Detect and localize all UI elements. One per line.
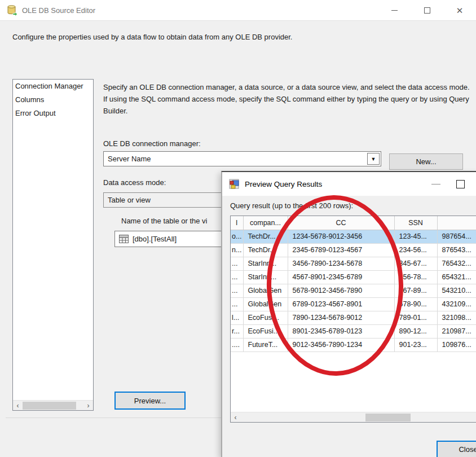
table-cell: 4567-8901-2345-6789 bbox=[288, 270, 394, 284]
table-cell: .... bbox=[231, 338, 243, 351]
minimize-button[interactable] bbox=[378, 0, 411, 21]
table-cell: 901-23... bbox=[394, 338, 437, 351]
column-header-0[interactable]: l bbox=[231, 216, 243, 230]
main-title-bar: OLE DB Source Editor ✕ bbox=[0, 0, 476, 21]
window-title: OLE DB Source Editor bbox=[22, 6, 95, 15]
table-row[interactable]: ...StarInn...4567-8901-2345-6789456-78..… bbox=[231, 270, 476, 284]
table-cell: 765432... bbox=[437, 257, 476, 270]
preview-minimize-icon[interactable] bbox=[431, 184, 440, 184]
table-row[interactable]: ...StarInn...3456-7890-1234-5678345-67..… bbox=[231, 257, 476, 270]
preview-button[interactable]: Preview... bbox=[114, 392, 186, 410]
column-header-2[interactable]: CC bbox=[288, 216, 394, 230]
table-cell: 678-90... bbox=[394, 297, 437, 311]
table-cell: 321098... bbox=[437, 311, 476, 324]
table-cell: 234-56... bbox=[394, 243, 437, 257]
table-cell: 123-45... bbox=[394, 230, 437, 243]
pages-list: Connection Manager Columns Error Output … bbox=[12, 79, 94, 411]
sidebar-item-columns[interactable]: Columns bbox=[13, 93, 93, 107]
table-cell: l... bbox=[231, 311, 243, 324]
table-cell: 987654... bbox=[437, 230, 476, 243]
table-cell: n... bbox=[231, 243, 243, 257]
query-result-label: Query result (up to the first 200 rows): bbox=[230, 201, 353, 210]
preview-title-bar: Preview Query Results bbox=[222, 172, 476, 196]
table-cell: 3456-7890-1234-5678 bbox=[288, 257, 394, 270]
table-cell: ... bbox=[231, 297, 243, 311]
new-button[interactable]: New... bbox=[389, 153, 463, 170]
table-row[interactable]: n...TechDr...2345-6789-0123-4567234-56..… bbox=[231, 243, 476, 257]
table-row[interactable]: r...EcoFusi...8901-2345-6789-0123890-12.… bbox=[231, 324, 476, 338]
table-cell: 789-01... bbox=[394, 311, 437, 324]
preview-maximize-icon[interactable] bbox=[456, 180, 465, 188]
table-cell: ... bbox=[231, 270, 243, 284]
data-access-mode-label: Data access mode: bbox=[103, 178, 166, 187]
close-preview-button[interactable]: Close bbox=[437, 441, 476, 457]
scroll-right-icon[interactable]: › bbox=[83, 401, 93, 411]
table-cell: 7890-1234-5678-9012 bbox=[288, 311, 394, 324]
preview-scrollbar-thumb[interactable] bbox=[365, 414, 411, 421]
table-cell: 543210... bbox=[437, 284, 476, 297]
table-row[interactable]: ...GlobalGen6789-0123-4567-8901678-90...… bbox=[231, 297, 476, 311]
table-cell: ... bbox=[231, 257, 243, 270]
table-name-label: Name of the table or the vi bbox=[121, 217, 222, 225]
table-name-value: [dbo].[TestAll] bbox=[129, 235, 177, 243]
preview-horizontal-scrollbar[interactable]: ‹ bbox=[231, 412, 476, 422]
column-header-4[interactable]: SIN bbox=[437, 216, 476, 230]
close-icon: ✕ bbox=[456, 6, 464, 15]
minimize-icon bbox=[391, 10, 398, 11]
dialog-description: Configure the properties used by a data … bbox=[12, 33, 418, 41]
table-cell: 654321... bbox=[437, 270, 476, 284]
table-cell: ... bbox=[231, 284, 243, 297]
sidebar-horizontal-scrollbar[interactable]: ‹ › bbox=[13, 400, 93, 410]
table-row[interactable]: o...TechDr...1234-5678-9012-3456123-45..… bbox=[231, 230, 476, 243]
table-grid-icon bbox=[119, 235, 129, 243]
table-cell: EcoFusi... bbox=[243, 311, 288, 324]
table-cell: o... bbox=[231, 230, 243, 243]
preview-table-body: o...TechDr...1234-5678-9012-3456123-45..… bbox=[231, 230, 476, 351]
scroll-left-icon[interactable]: ‹ bbox=[13, 401, 23, 411]
scrollbar-thumb[interactable] bbox=[23, 402, 76, 410]
instructions-text: Specify an OLE DB connection manager, a … bbox=[103, 81, 471, 117]
preview-query-results-dialog: Preview Query Results Query result (up t… bbox=[221, 171, 476, 457]
connection-manager-label: OLE DB connection manager: bbox=[103, 139, 201, 148]
table-cell: StarInn... bbox=[243, 257, 288, 270]
data-access-mode-value: Table or view bbox=[104, 196, 151, 204]
connection-manager-combo[interactable]: Server Name ▼ bbox=[103, 151, 381, 166]
query-results-grid: lcompan...CCSSNSIN o...TechDr...1234-567… bbox=[230, 216, 476, 423]
close-button[interactable]: ✕ bbox=[443, 0, 476, 21]
table-row[interactable]: ....FutureT...9012-3456-7890-1234901-23.… bbox=[231, 338, 476, 351]
table-cell: 345-67... bbox=[394, 257, 437, 270]
preview-table: lcompan...CCSSNSIN o...TechDr...1234-567… bbox=[231, 216, 476, 352]
table-cell: 567-89... bbox=[394, 284, 437, 297]
table-cell: r... bbox=[231, 324, 243, 338]
table-cell: TechDr... bbox=[243, 243, 288, 257]
table-cell: 9012-3456-7890-1234 bbox=[288, 338, 394, 351]
table-cell: GlobalGen bbox=[243, 297, 288, 311]
table-cell: 109876... bbox=[437, 338, 476, 351]
chevron-down-icon[interactable]: ▼ bbox=[367, 153, 380, 165]
table-cell: StarInn... bbox=[243, 270, 288, 284]
column-header-3[interactable]: SSN bbox=[394, 216, 437, 230]
table-cell: 210987... bbox=[437, 324, 476, 338]
table-row[interactable]: ...GlobalGen5678-9012-3456-7890567-89...… bbox=[231, 284, 476, 297]
table-cell: 432109... bbox=[437, 297, 476, 311]
sidebar-item-connection-manager[interactable]: Connection Manager bbox=[13, 80, 93, 93]
table-cell: 5678-9012-3456-7890 bbox=[288, 284, 394, 297]
table-cell: 8901-2345-6789-0123 bbox=[288, 324, 394, 338]
preview-table-header-row: lcompan...CCSSNSIN bbox=[231, 216, 476, 230]
preview-dialog-title: Preview Query Results bbox=[245, 180, 322, 188]
table-cell: GlobalGen bbox=[243, 284, 288, 297]
table-cell: FutureT... bbox=[243, 338, 288, 351]
table-cell: EcoFusi... bbox=[243, 324, 288, 338]
table-cell: 890-12... bbox=[394, 324, 437, 338]
table-cell: 456-78... bbox=[394, 270, 437, 284]
preview-scroll-left-icon[interactable]: ‹ bbox=[231, 412, 240, 423]
maximize-button[interactable] bbox=[411, 0, 443, 21]
table-cell: 6789-0123-4567-8901 bbox=[288, 297, 394, 311]
connection-manager-value: Server Name bbox=[104, 155, 151, 163]
table-name-combo[interactable]: [dbo].[TestAll] bbox=[114, 231, 227, 247]
winform-icon bbox=[229, 179, 240, 190]
column-header-1[interactable]: compan... bbox=[243, 216, 288, 230]
table-row[interactable]: l...EcoFusi...7890-1234-5678-9012789-01.… bbox=[231, 311, 476, 324]
sidebar-item-error-output[interactable]: Error Output bbox=[13, 107, 93, 120]
table-cell: 2345-6789-0123-4567 bbox=[288, 243, 394, 257]
